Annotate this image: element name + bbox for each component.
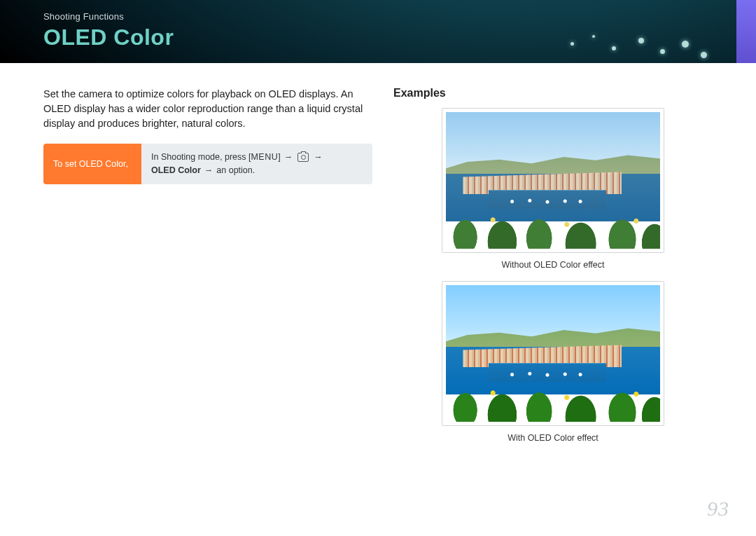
- example-frame-without: [442, 108, 664, 253]
- right-column: Examples Without OLED Color effect With …: [393, 87, 713, 454]
- example-image-without: [446, 112, 660, 249]
- arrow-icon: →: [204, 164, 214, 177]
- left-column: Set the camera to optimize colors for pl…: [43, 87, 372, 454]
- caption-without: Without OLED Color effect: [393, 260, 713, 270]
- content-area: Set the camera to optimize colors for pl…: [0, 63, 756, 454]
- instruction-prefix: In Shooting mode, press [: [151, 151, 251, 164]
- section-label: Shooting Functions: [43, 11, 174, 22]
- example-image-with: [446, 285, 660, 422]
- instruction-body: In Shooting mode, press [MENU] → → OLED …: [141, 144, 372, 184]
- arrow-icon: →: [284, 151, 293, 164]
- page-header: Shooting Functions OLED Color: [0, 0, 756, 63]
- page-title: OLED Color: [43, 25, 174, 50]
- caption-with: With OLED Color effect: [393, 433, 713, 443]
- description-text: Set the camera to optimize colors for pl…: [43, 87, 372, 131]
- example-frame-with: [442, 281, 664, 426]
- menu-key-text: MENU: [251, 151, 278, 164]
- instruction-bold: OLED Color: [151, 164, 201, 177]
- instruction-box: To set OLED Color, In Shooting mode, pre…: [43, 144, 372, 184]
- instruction-mid: ]: [278, 151, 280, 164]
- instruction-label: To set OLED Color,: [43, 144, 141, 184]
- page-number: 93: [707, 497, 729, 521]
- camera-icon: [298, 153, 309, 162]
- examples-heading: Examples: [393, 87, 713, 99]
- instruction-suffix: an option.: [216, 164, 255, 177]
- arrow-icon: →: [314, 151, 323, 164]
- header-side-accent: [736, 0, 756, 63]
- header-decoration: [518, 0, 728, 63]
